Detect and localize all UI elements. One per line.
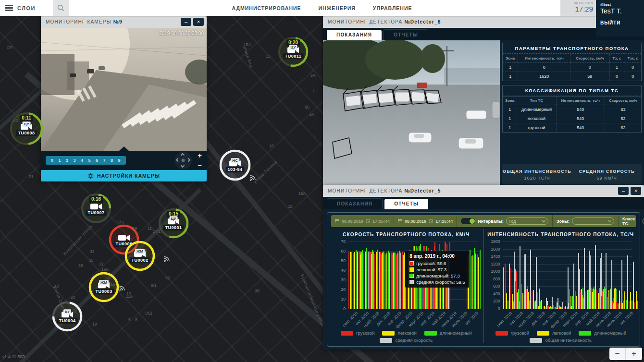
map-house-number: 33 [99,262,103,266]
bar [615,288,616,309]
y-tick-label: 1800 [486,239,500,244]
bar [562,302,563,309]
bar [596,290,597,309]
camera-video-feed: 2019-08-08 20:28:00 [41,28,207,151]
map-zoom-out-button[interactable]: − [609,348,626,360]
zones-select[interactable] [572,217,614,225]
camera-zoom-out[interactable]: − [198,162,202,169]
flow-table: ПАРАМЕТРЫ ТРАНСПОРТНОГО ПОТОКА ЗонаИнтен… [502,43,642,81]
detector5-window: МОНИТОРИНГ ДЕТЕКТОРА №Detector_5 – × ПОК… [323,185,644,350]
date-to[interactable]: 08.08.2019 [405,219,426,224]
detector5-window-header[interactable]: МОНИТОРИНГ ДЕТЕКТОРА №Detector_5 – × [323,185,644,197]
chevron-down-icon [542,218,545,222]
intervals-select[interactable]: Год [506,217,548,225]
bar [585,291,586,309]
tab-reports[interactable]: ОТЧЕТЫ [384,29,428,40]
bar [382,253,383,309]
table-cell: 540 [556,105,605,114]
bar-group [348,242,359,309]
user-name: TesT T. [600,7,644,15]
close-button[interactable]: × [193,18,204,26]
bar-group [546,242,557,309]
legend-item: грузовой [495,330,529,336]
map-marker-103-54[interactable]: НС103-54 [219,149,251,181]
bar [351,252,352,309]
tab-readings[interactable]: ПОКАЗАНИЯ [327,30,382,40]
bar [512,294,513,309]
bar [514,252,515,309]
pan-pad[interactable] [174,152,192,169]
nav-item-0[interactable]: АДМИНИСТРИРОВАНИЕ [232,5,301,11]
search-icon [57,4,64,12]
map-marker-TU0007[interactable]: 0:16TU0007 [80,193,112,224]
map-marker-TU0001[interactable]: 0:15ЦУTU0001 [158,207,189,239]
minimize-button[interactable]: – [181,18,191,26]
map-house-number: 9/1 [151,283,157,288]
table-cell: легковой [517,114,556,123]
bar-group [392,242,402,309]
bar [535,301,536,309]
close-button[interactable]: × [631,187,641,195]
marker-badge: ЖМ [99,280,109,285]
class-table-title: КЛАССИФИКАЦИЯ ПО ТИПАМ ТС [502,85,642,96]
interval-toggle[interactable] [461,218,475,224]
time-to[interactable]: 17:25:44 [435,219,453,224]
bar [374,254,375,309]
bar [533,290,534,309]
bar [543,306,544,309]
nav-item-1[interactable]: ИНЖЕНЕРИЯ [319,5,356,11]
map-marker-TU0003[interactable]: ЖМTU0003 [88,271,120,303]
y-tick-label: 1600 [486,247,500,252]
layers-label: СЛОИ [17,5,36,11]
pan-up-icon[interactable] [181,153,185,157]
camera-presets[interactable]: 0 1 2 3 4 5 6 7 8 9 [46,156,126,165]
map-house-number: 7 [312,88,315,93]
column-header: Тз, с [609,54,624,63]
minimize-button[interactable]: – [618,187,629,195]
map-street-name: улица Ленина [253,159,278,184]
expand-notch[interactable] [119,146,129,151]
pan-left-icon[interactable] [176,158,180,162]
map-marker-TU0008[interactable]: 0:11ЦУTU0008 [9,111,44,146]
search-button[interactable] [53,0,69,16]
y-tick-label: 1400 [486,254,500,259]
map-marker-TU0002[interactable]: ЖМTU0002 [124,240,156,272]
map-zoom-in-button[interactable]: + [626,348,642,360]
bar [397,253,398,309]
map-marker-TU0011[interactable]: 0:20ЦУTU0011 [277,36,309,68]
marker-id: TU0003 [93,289,114,294]
nav-item-2[interactable]: УПРАВЛЕНИЕ [373,5,412,11]
bar [360,252,361,309]
tab-reports[interactable]: ОТЧЕТЫ [384,199,428,209]
map-street-name: улица Ким [242,45,254,69]
bar [595,245,596,309]
table-cell: 0 [624,63,642,72]
map-house-number: 5А [310,73,315,78]
table-cell: 1620 [518,72,570,81]
tooltip-row: легковой: 57.3 [409,267,465,272]
map-zoom-control: − + [609,348,642,360]
layers-button[interactable]: СЛОИ [0,0,42,16]
y-tick-label: 40 [331,268,346,273]
tab-readings[interactable]: ПОКАЗАНИЯ [327,198,383,209]
bar [386,253,387,309]
camera-window-header[interactable]: МОНИТОРИНГ КАМЕРЫ №9 – × [41,16,207,28]
bar [575,291,576,309]
date-from[interactable]: 08.08.2019 [342,219,363,224]
camera-settings-button[interactable]: НАСТРОЙКИ КАМЕРЫ [41,170,207,181]
bar [350,252,351,309]
bar-group [621,242,632,309]
camera-zoom-in[interactable]: + [198,152,202,159]
bar [359,252,360,309]
logout-button[interactable]: ВЫЙТИ [600,20,621,25]
pan-right-icon[interactable] [186,158,190,162]
map-marker-TU0004[interactable]: КУTU0004 [51,301,83,332]
time-from[interactable]: 17:25:44 [372,219,390,224]
pan-down-icon[interactable] [181,164,185,168]
y-tick-label: 70 [331,239,346,244]
bar [471,256,472,309]
camera-window: МОНИТОРИНГ КАМЕРЫ №9 – × [41,16,207,181]
bar [477,254,478,309]
table-cell: 63 [605,105,641,114]
legend-label: легковой [397,330,416,336]
